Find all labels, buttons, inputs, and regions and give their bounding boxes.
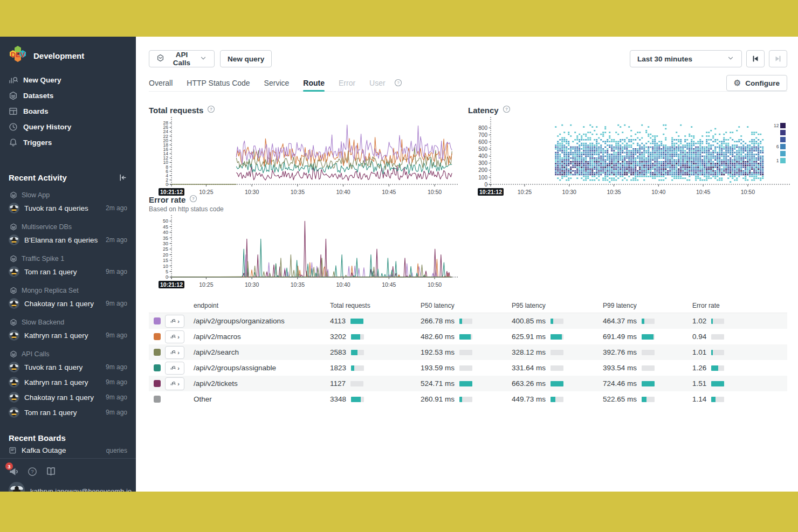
tab-overall[interactable]: Overall <box>149 74 173 91</box>
sidebar-item-boards[interactable]: Boards <box>0 103 136 119</box>
announcements-icon[interactable]: 3 <box>9 466 19 476</box>
run-query-button[interactable]: › <box>165 315 184 328</box>
latency-heatmap-chart[interactable]: 010020030040050060070080010:21:1210:2510… <box>468 115 792 210</box>
query-cell-icon <box>170 381 176 387</box>
svg-text:10:25: 10:25 <box>199 281 213 288</box>
datasets-icon <box>9 91 18 100</box>
tab-route[interactable]: Route <box>303 74 325 91</box>
new-query-button[interactable]: New query <box>220 50 272 67</box>
col-total-requests: Total requests <box>330 302 421 309</box>
run-query-button[interactable]: › <box>165 377 184 390</box>
skip-back-button[interactable] <box>746 50 765 67</box>
metric-p95: 625.91 ms <box>512 333 603 341</box>
team-switcher[interactable]: DEV Development <box>0 37 136 71</box>
tabs-help-icon[interactable]: ? <box>394 79 402 87</box>
sidebar-item-new-query[interactable]: New Query <box>0 72 136 88</box>
svg-text:10:50: 10:50 <box>428 281 442 288</box>
activity-group: API CallsTuvok ran 1 query9m agoKathryn … <box>0 349 136 420</box>
activity-item[interactable]: Tom ran 1 query9m ago <box>0 405 136 420</box>
tab-service[interactable]: Service <box>264 74 290 91</box>
series-color-swatch <box>154 317 161 324</box>
docs-icon[interactable] <box>46 466 56 476</box>
activity-item[interactable]: Chakotay ran 1 query9m ago <box>0 296 136 311</box>
datasets-icon <box>10 255 17 262</box>
activity-time: 2m ago <box>106 204 127 212</box>
dataset-select[interactable]: API Calls <box>149 50 215 67</box>
new-query-icon <box>9 75 18 85</box>
activity-group: Traffic Spike 1Tom ran 1 query9m ago <box>0 253 136 279</box>
query-cell-icon <box>170 349 176 356</box>
bee-avatar <box>9 482 25 492</box>
run-query-button[interactable]: › <box>165 362 184 375</box>
sidebar-item-label: Boards <box>23 107 49 115</box>
svg-text:DEV: DEV <box>11 51 25 59</box>
help-icon[interactable]: ? <box>27 467 37 476</box>
question-circle-icon[interactable]: ? <box>207 105 215 115</box>
activity-group: Mongo Replica SetChakotay ran 1 query9m … <box>0 285 136 311</box>
time-range-select[interactable]: Last 30 minutes <box>630 50 742 67</box>
table-row: ›/api/v2/groups/assignable1823193.59 ms3… <box>149 360 787 376</box>
skip-back-icon <box>751 54 760 63</box>
svg-text:?: ? <box>397 80 400 85</box>
svg-text:?: ? <box>210 107 212 112</box>
svg-text:10: 10 <box>163 264 168 269</box>
recent-activity-header: Recent Activity <box>0 173 136 182</box>
svg-text:10:25: 10:25 <box>199 189 213 195</box>
activity-item[interactable]: Chakotay ran 1 query9m ago <box>0 390 136 405</box>
recent-boards-title: Recent Boards <box>0 433 136 443</box>
sidebar-item-datasets[interactable]: Datasets <box>0 88 136 103</box>
svg-text:5: 5 <box>166 269 168 274</box>
board-item[interactable]: Kafka Outagequeries <box>0 443 136 458</box>
table-row: ›/api/v2/groups/organizations4113266.78 … <box>149 313 787 329</box>
tabs: OverallHTTP Status CodeServiceRouteError… <box>149 74 787 92</box>
activity-item[interactable]: B'Elanna ran 6 queries2m ago <box>0 232 136 247</box>
configure-label: Configure <box>745 79 780 87</box>
svg-text:10:45: 10:45 <box>382 189 396 195</box>
table-row: ›/api/v2/macros3202482.60 ms625.91 ms691… <box>149 329 787 344</box>
activity-item[interactable]: Kathryn ran 1 query9m ago <box>0 328 136 343</box>
metric-error: 1.14 <box>692 395 787 403</box>
question-circle-icon[interactable]: ? <box>189 195 197 204</box>
activity-item[interactable]: Tom ran 1 query9m ago <box>0 264 136 279</box>
activity-time: 9m ago <box>106 300 127 307</box>
toolbar: API Calls New query Last 30 minutes <box>149 50 787 67</box>
error-rate-chart[interactable]: 0510152025303540455010:21:1210:2510:3010… <box>149 212 459 303</box>
run-query-button[interactable]: › <box>165 330 184 343</box>
tab-user: User <box>369 74 386 91</box>
metric-error: 1.26 <box>692 364 787 372</box>
svg-text:50: 50 <box>163 218 168 224</box>
activity-dataset: Multiservice DBs <box>0 222 136 232</box>
activity-item[interactable]: Tuvok ran 4 queries2m ago <box>0 201 136 216</box>
bee-avatar <box>9 234 19 245</box>
col-error-rate: Error rate <box>692 302 787 309</box>
board-meta: queries <box>106 447 127 454</box>
activity-dataset: Mongo Replica Set <box>0 285 136 296</box>
bee-avatar <box>9 377 19 388</box>
sidebar-item-triggers[interactable]: Triggers <box>0 135 136 150</box>
bee-avatar <box>9 407 19 418</box>
sidebar-item-query-history[interactable]: Query History <box>0 119 136 135</box>
activity-dataset: Slow App <box>0 190 136 201</box>
activity-item[interactable]: Tuvok ran 1 query9m ago <box>0 360 136 375</box>
collapse-sidebar-icon[interactable] <box>118 173 127 182</box>
question-circle-icon[interactable]: ? <box>503 105 511 115</box>
svg-text:800: 800 <box>478 125 487 131</box>
svg-text:25: 25 <box>163 246 168 252</box>
metric-p50: 266.78 ms <box>421 317 512 325</box>
svg-text:10:21:12: 10:21:12 <box>160 281 183 288</box>
activity-time: 9m ago <box>106 409 127 416</box>
sidebar: DEV Development New QueryDatasetsBoardsQ… <box>0 37 136 492</box>
run-query-button[interactable]: › <box>165 346 184 359</box>
series-color-swatch <box>154 380 161 387</box>
user-avatar[interactable] <box>9 482 25 492</box>
configure-button[interactable]: ⚙ Configure <box>726 75 787 91</box>
series-color-swatch <box>154 333 161 340</box>
total-requests-title: Total requests? <box>149 105 215 115</box>
question-circle-icon: ? <box>27 467 37 476</box>
metric-p50: 524.71 ms <box>421 379 512 388</box>
tab-http-status-code[interactable]: HTTP Status Code <box>187 74 250 91</box>
latency-heatmap-cells[interactable] <box>491 121 768 184</box>
activity-item[interactable]: Kathryn ran 1 query9m ago <box>0 375 136 390</box>
activity-dataset: Slow Backend <box>0 317 136 328</box>
activity-text: Chakotay ran 1 query <box>24 393 101 402</box>
